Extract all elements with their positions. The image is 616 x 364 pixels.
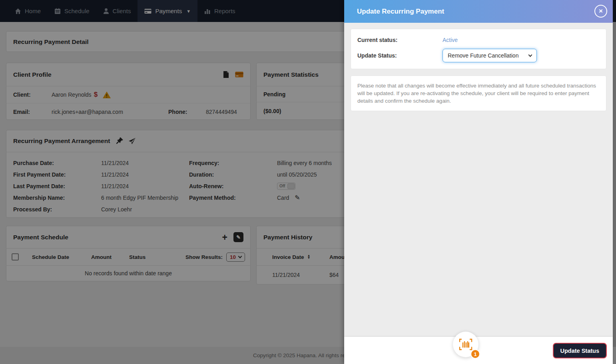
status-card: Current status: Active Update Status: Re… <box>351 29 606 69</box>
barcode-icon <box>459 338 473 350</box>
close-icon[interactable]: × <box>594 5 607 18</box>
current-status-value: Active <box>443 37 458 43</box>
update-status-button[interactable]: Update Status <box>553 343 607 358</box>
chevron-down-icon <box>528 53 532 57</box>
modal-title: Update Recurring Payment <box>357 8 444 16</box>
current-status-row: Current status: Active <box>357 34 600 46</box>
update-status-row: Update Status: Remove Future Cancellatio… <box>357 49 600 62</box>
update-status-select[interactable]: Remove Future Cancellation <box>443 49 537 62</box>
barcode-scan-fab[interactable]: 1 <box>453 332 478 357</box>
update-status-selected-option: Remove Future Cancellation <box>448 52 518 59</box>
note-text: Please note that all changes will become… <box>357 83 596 104</box>
current-status-label: Current status: <box>357 37 443 43</box>
update-status-label: Update Status: <box>357 52 443 59</box>
note-card: Please note that all changes will become… <box>351 76 606 111</box>
modal-body: Current status: Active Update Status: Re… <box>344 23 613 337</box>
update-recurring-payment-modal: Update Recurring Payment × Current statu… <box>344 0 613 364</box>
notification-badge: 1 <box>470 349 480 359</box>
